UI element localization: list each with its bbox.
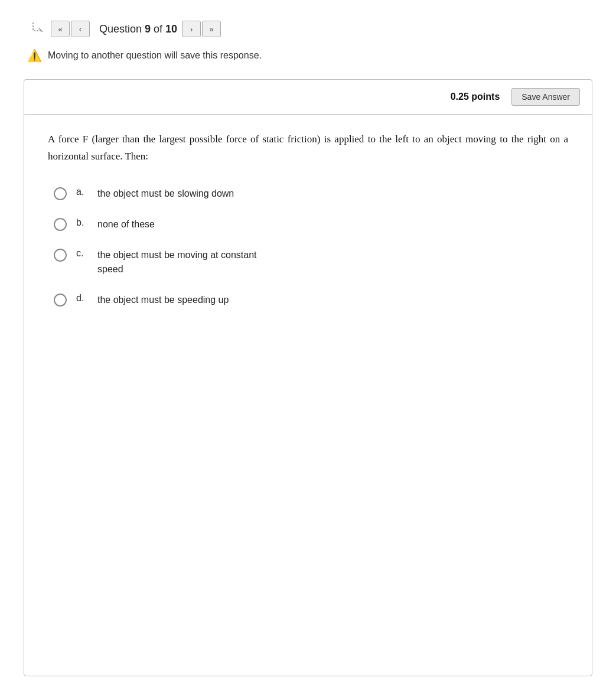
warning-icon: ⚠️ — [27, 48, 42, 63]
next-question-button[interactable]: › — [182, 21, 201, 37]
option-c-text: the object must be moving at constantspe… — [97, 248, 568, 276]
warning-bar: ⚠️ Moving to another question will save … — [24, 48, 592, 63]
radio-a[interactable] — [54, 187, 67, 200]
redirect-icon — [30, 18, 51, 40]
option-b-letter: b. — [76, 217, 88, 228]
question-body: A force F (larger than the largest possi… — [24, 115, 592, 319]
option-d-letter: d. — [76, 293, 88, 304]
last-question-button[interactable]: » — [202, 21, 221, 37]
option-a-text: the object must be slowing down — [97, 187, 568, 201]
radio-d[interactable] — [54, 294, 67, 307]
option-b[interactable]: b. none of these — [54, 217, 568, 232]
points-row: 0.25 points Save Answer — [24, 80, 592, 115]
points-label: 0.25 points — [451, 92, 500, 102]
option-d-text: the object must be speeding up — [97, 293, 568, 307]
question-text: A force F (larger than the largest possi… — [48, 131, 568, 165]
nav-buttons-forward: › » — [182, 21, 221, 37]
warning-text: Moving to another question will save thi… — [48, 50, 262, 61]
option-c-letter: c. — [76, 248, 88, 259]
nav-buttons: « ‹ — [51, 21, 90, 37]
prev-question-button[interactable]: ‹ — [71, 21, 90, 37]
radio-b[interactable] — [54, 218, 67, 231]
option-a-letter: a. — [76, 187, 88, 197]
question-total: 10 — [165, 23, 177, 35]
question-counter: Question 9 of 10 — [99, 23, 177, 35]
option-a[interactable]: a. the object must be slowing down — [54, 187, 568, 201]
option-c[interactable]: c. the object must be moving at constant… — [54, 248, 568, 276]
question-card: 0.25 points Save Answer A force F (large… — [24, 79, 592, 676]
question-number: 9 — [145, 23, 151, 35]
question-nav: « ‹ Question 9 of 10 › » — [24, 18, 592, 40]
option-d[interactable]: d. the object must be speeding up — [54, 293, 568, 307]
radio-c[interactable] — [54, 249, 67, 262]
first-question-button[interactable]: « — [51, 21, 70, 37]
save-answer-button[interactable]: Save Answer — [511, 88, 580, 106]
option-b-text: none of these — [97, 217, 568, 232]
options-list: a. the object must be slowing down b. no… — [48, 187, 568, 307]
